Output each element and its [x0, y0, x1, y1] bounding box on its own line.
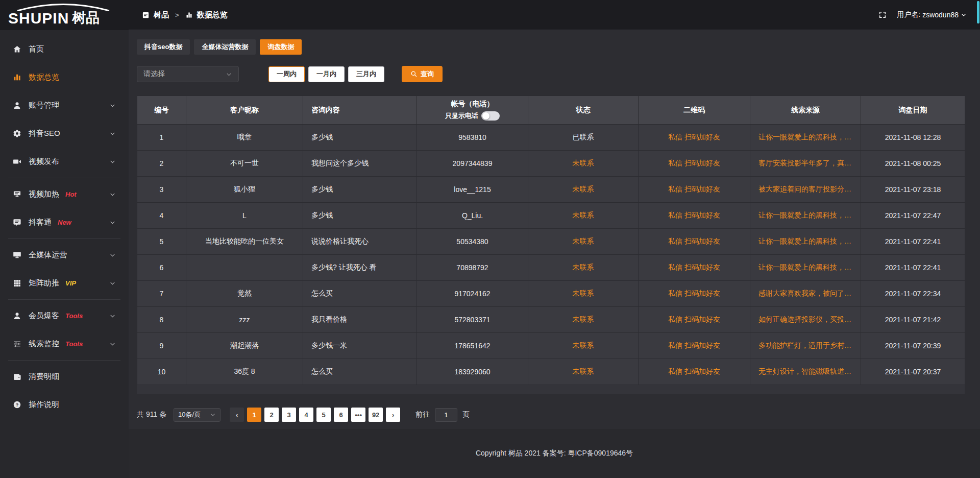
sidebar-item-member-burst[interactable]: 会员爆客 Tools [0, 302, 129, 330]
sidebar-item-media-operation[interactable]: 全媒体运营 [0, 241, 129, 269]
header-qrcode: 二维码 [639, 96, 750, 125]
cell-qrcode-link[interactable]: 私信 扫码加好友 [639, 307, 750, 333]
page-button[interactable]: 3 [282, 408, 296, 422]
sidebar-item-video-heat[interactable]: 视频加热 Hot [0, 180, 129, 208]
cell-qrcode-link[interactable]: 私信 扫码加好友 [639, 177, 750, 203]
sidebar-item-label: 会员爆客 [29, 311, 59, 321]
header-content: 咨询内容 [303, 96, 417, 125]
cell-source-link[interactable]: 被大家追着问的客厅投影分享... [750, 177, 861, 203]
cell-source-link[interactable]: 感谢大家喜欢我家，被问了好... [750, 281, 861, 307]
sidebar-item-label: 数据总览 [29, 73, 59, 82]
cell-qrcode-link[interactable]: 私信 扫码加好友 [639, 255, 750, 281]
cell-source-link[interactable]: 如何正确选择投影仪，买投影... [750, 307, 861, 333]
goto-page-input[interactable] [435, 408, 457, 422]
account-select[interactable]: 请选择 [137, 66, 239, 82]
cell-source-link[interactable]: 让你一眼就爱上的黑科技，能... [750, 229, 861, 255]
cell-nickname [186, 255, 303, 281]
table-row: 3 狐小狸 多少钱 love__1215 未联系 私信 扫码加好友 被大家追着问… [137, 177, 965, 203]
sidebar-item-consumption-detail[interactable]: 消费明细 [0, 363, 129, 391]
phone-only-toggle[interactable] [481, 111, 500, 121]
cell-qrcode-link[interactable]: 私信 扫码加好友 [639, 229, 750, 255]
sidebar-item-home[interactable]: 首页 [0, 35, 129, 63]
sidebar-item-label: 线索监控 [29, 339, 59, 349]
hot-badge: Hot [65, 190, 77, 198]
page-button[interactable]: 2 [264, 408, 279, 422]
page-size-select[interactable]: 10条/页 [174, 408, 220, 422]
range-month-button[interactable]: 一月内 [308, 66, 345, 82]
header-date: 询盘日期 [861, 96, 965, 125]
cell-date: 2021-11-07 20:37 [861, 359, 965, 385]
cell-nickname: 当地比较能吃的一位美女 [186, 229, 303, 255]
cell-source-link[interactable]: 让你一眼就爱上的黑科技，能... [750, 203, 861, 229]
cell-account: 50534380 [417, 229, 528, 255]
tab-douyin-seo-data[interactable]: 抖音seo数据 [137, 39, 190, 55]
cell-content: 多少钱 [303, 177, 417, 203]
page-button[interactable]: 5 [316, 408, 331, 422]
user-label: 用户名: [897, 10, 920, 19]
page-button[interactable]: 1 [247, 408, 261, 422]
sidebar-item-douketong[interactable]: 抖客通 New [0, 208, 129, 236]
table-row: 7 觉然 怎么买 917024162 未联系 私信 扫码加好友 感谢大家喜欢我家… [137, 281, 965, 307]
user-menu[interactable]: 用户名: zswodun88 [897, 10, 967, 19]
breadcrumb-root[interactable]: 树品 [154, 10, 169, 20]
header-no: 编号 [137, 96, 186, 125]
date-range-group: 一周内 一月内 三月内 [268, 66, 384, 82]
cell-qrcode-link[interactable]: 私信 扫码加好友 [639, 203, 750, 229]
cell-source-link[interactable]: 多功能护栏灯，适用于乡村文... [750, 333, 861, 359]
svg-text:?: ? [16, 402, 19, 408]
sidebar-item-video-publish[interactable]: 视频发布 [0, 148, 129, 176]
page-button[interactable]: 4 [299, 408, 313, 422]
tab-media-operation-data[interactable]: 全媒体运营数据 [194, 39, 256, 55]
video-heat-icon [13, 190, 21, 199]
next-page-button[interactable]: › [386, 408, 400, 422]
fullscreen-icon[interactable] [878, 11, 887, 19]
sidebar-item-data-overview[interactable]: 数据总览 [0, 63, 129, 91]
cell-source-link[interactable]: 让你一眼就爱上的黑科技，能... [750, 255, 861, 281]
cell-status: 未联系 [528, 203, 639, 229]
cell-status: 未联系 [528, 307, 639, 333]
cell-nickname: 36度 8 [186, 359, 303, 385]
sidebar-item-douyin-seo[interactable]: 抖音SEO [0, 119, 129, 148]
cell-account: love__1215 [417, 177, 528, 203]
sidebar-item-label: 矩阵助推 [29, 278, 59, 288]
page-button[interactable]: 6 [334, 408, 348, 422]
cell-date: 2021-11-07 22:34 [861, 281, 965, 307]
cell-date: 2021-11-07 22:41 [861, 255, 965, 281]
cell-status: 未联系 [528, 281, 639, 307]
cell-no: 7 [137, 281, 186, 307]
cell-qrcode-link[interactable]: 私信 扫码加好友 [639, 125, 750, 151]
sidebar-divider [8, 178, 120, 178]
sidebar-item-clue-monitor[interactable]: 线索监控 Tools [0, 330, 129, 358]
cell-nickname: 觉然 [186, 281, 303, 307]
prev-page-button[interactable]: ‹ [230, 408, 244, 422]
tab-inquiry-data[interactable]: 询盘数据 [260, 39, 302, 55]
cell-qrcode-link[interactable]: 私信 扫码加好友 [639, 359, 750, 385]
page-button[interactable]: 92 [369, 408, 383, 422]
sidebar-item-label: 首页 [29, 44, 44, 54]
cell-account: 917024162 [417, 281, 528, 307]
logo-text-en: SHUPIN [8, 11, 69, 25]
chevron-down-icon [109, 252, 116, 258]
phone-toggle-label: 只显示电话 [445, 111, 478, 121]
cell-source-link[interactable]: 无主灯设计，智能磁吸轨道灯... [750, 359, 861, 385]
table-row: 10 36度 8 怎么买 183929060 未联系 私信 扫码加好友 无主灯设… [137, 359, 965, 385]
sidebar-item-help[interactable]: ? 操作说明 [0, 391, 129, 419]
chevron-down-icon [109, 158, 116, 165]
range-week-button[interactable]: 一周内 [268, 66, 305, 82]
sidebar-item-account[interactable]: 账号管理 [0, 91, 129, 119]
cell-source-link[interactable]: 客厅安装投影半年多了，真实... [750, 151, 861, 177]
table-row: 1 哦章 多少钱 9583810 已联系 私信 扫码加好友 让你一眼就爱上的黑科… [137, 125, 965, 151]
range-quarter-button[interactable]: 三月内 [348, 66, 384, 82]
page-button[interactable]: ••• [351, 408, 365, 422]
cell-qrcode-link[interactable]: 私信 扫码加好友 [639, 151, 750, 177]
scrollbar-thumb[interactable] [977, 1, 979, 23]
search-button[interactable]: 查询 [402, 66, 443, 82]
sidebar-item-matrix-boost[interactable]: 矩阵助推 VIP [0, 269, 129, 297]
cell-source-link[interactable]: 让你一眼就爱上的黑科技，能... [750, 125, 861, 151]
cell-status: 未联系 [528, 177, 639, 203]
cell-no: 10 [137, 359, 186, 385]
cell-qrcode-link[interactable]: 私信 扫码加好友 [639, 281, 750, 307]
cell-content: 怎么买 [303, 281, 417, 307]
cell-qrcode-link[interactable]: 私信 扫码加好友 [639, 333, 750, 359]
cell-nickname: zzz [186, 307, 303, 333]
